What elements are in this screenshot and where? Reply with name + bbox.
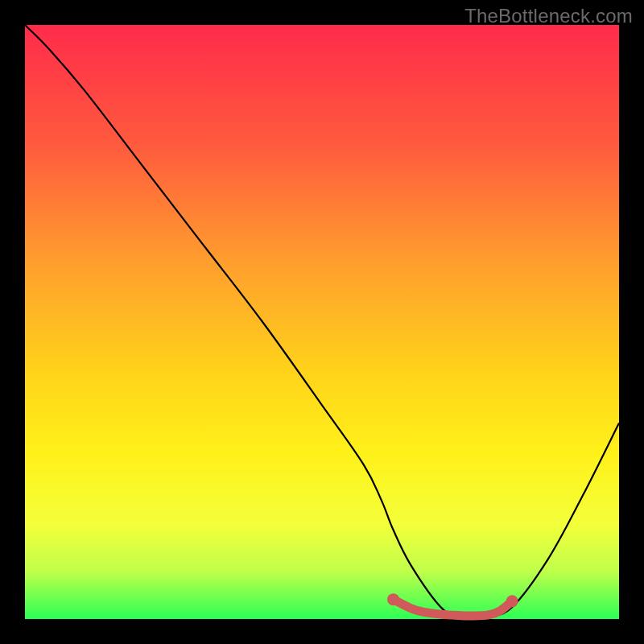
svg-point-0 [387, 593, 399, 605]
svg-point-1 [506, 595, 518, 607]
chart-frame: TheBottleneck.com [0, 0, 644, 644]
bottleneck-chart [0, 0, 644, 644]
watermark-text: TheBottleneck.com [464, 5, 633, 27]
plot-background [25, 25, 619, 619]
